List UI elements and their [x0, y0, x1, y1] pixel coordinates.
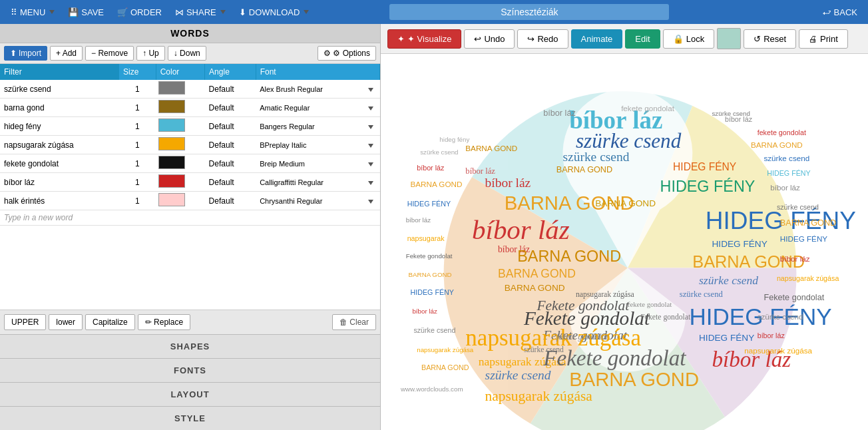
undo-button[interactable]: ↩ Undo	[464, 29, 515, 49]
table-row: szürke csend 1 Default Alex Brush Regula…	[0, 80, 380, 99]
print-button[interactable]: 🖨 Print	[799, 29, 848, 49]
shapes-accordion[interactable]: SHAPES	[0, 334, 380, 358]
title-input[interactable]	[389, 4, 669, 20]
down-button[interactable]: ↓ Down	[168, 46, 206, 61]
chevron-down-icon	[220, 10, 226, 14]
redo-button[interactable]: ↪ Redo	[517, 29, 568, 49]
animate-button[interactable]: Animate	[571, 29, 623, 49]
download-icon: ⬇	[239, 7, 246, 17]
share-icon: ⋈	[175, 7, 184, 17]
wordcloud-svg: bíbor láz bíbor láz fekete gondolat szür…	[381, 54, 868, 430]
font-dropdown[interactable]	[365, 117, 379, 136]
angle-cell: Default	[205, 173, 256, 192]
lock-button[interactable]: 🔒 Lock	[663, 29, 714, 49]
svg-text:Fekete gondolat: Fekete gondolat	[640, 313, 691, 322]
angle-cell: Default	[205, 136, 256, 154]
capitalize-button[interactable]: Capitalize	[85, 314, 135, 330]
size-cell: 1	[119, 117, 156, 136]
svg-text:bíbor láz: bíbor láz	[770, 183, 800, 192]
clear-button[interactable]: 🗑 Clear	[332, 314, 376, 330]
col-color: Color	[156, 64, 204, 80]
svg-text:BARNA GOND: BARNA GOND	[498, 267, 576, 280]
font-dropdown[interactable]	[365, 136, 379, 154]
back-button[interactable]: ⮐ BACK	[817, 5, 863, 20]
color-cell[interactable]	[156, 136, 204, 154]
up-button[interactable]: ↑ Up	[136, 46, 165, 61]
table-row: napsugarak zúgása 1 Default BPreplay Ita…	[0, 136, 380, 154]
words-table: Filter Size Color Angle Font szürke csen…	[0, 64, 380, 310]
svg-text:BARNA GOND: BARNA GOND	[780, 218, 836, 228]
svg-text:HIDEG FÉNY: HIDEG FÉNY	[699, 333, 754, 343]
color-swatch[interactable]	[158, 193, 185, 206]
color-swatch[interactable]	[158, 118, 185, 132]
color-box[interactable]	[717, 28, 741, 49]
svg-text:hideg fény: hideg fény	[439, 136, 469, 143]
save-button[interactable]: 💾 SAVE	[63, 5, 109, 20]
word-cell: hideg fény	[0, 117, 119, 136]
visualize-button[interactable]: ✦ ✦ Visualize	[387, 29, 461, 49]
font-cell: Breip Medium	[256, 154, 365, 173]
svg-text:bíbor láz: bíbor láz	[465, 166, 495, 176]
svg-text:Fekete gondolat: Fekete gondolat	[763, 293, 824, 302]
lower-button[interactable]: lower	[49, 314, 83, 330]
svg-text:szürke csend: szürke csend	[680, 290, 724, 299]
font-dropdown[interactable]	[365, 80, 379, 99]
replace-icon: ✏	[145, 318, 152, 327]
color-cell[interactable]	[156, 154, 204, 173]
color-swatch[interactable]	[158, 100, 185, 113]
font-dropdown[interactable]	[365, 154, 379, 173]
import-button[interactable]: ⬆ Import	[4, 46, 47, 61]
options-button[interactable]: ⚙ ⚙ Options	[318, 46, 376, 61]
chevron-down-icon	[49, 10, 55, 14]
size-cell: 1	[119, 192, 156, 210]
action-bar: ✦ ✦ Visualize ↩ Undo ↪ Redo Animate Edit…	[381, 24, 868, 54]
menu-button[interactable]: ⠿ MENU	[5, 5, 60, 20]
color-swatch[interactable]	[158, 174, 185, 188]
font-dropdown[interactable]	[365, 173, 379, 192]
color-cell[interactable]	[156, 80, 204, 99]
color-cell[interactable]	[156, 99, 204, 117]
color-cell[interactable]	[156, 173, 204, 192]
svg-text:napsugarak zúgása: napsugarak zúgása	[417, 346, 474, 353]
color-cell[interactable]	[156, 117, 204, 136]
style-accordion[interactable]: STYLE	[0, 406, 380, 430]
new-word-placeholder[interactable]: Type in a new word	[0, 210, 380, 226]
font-dropdown[interactable]	[365, 192, 379, 210]
order-button[interactable]: 🛒 ORDER	[112, 5, 167, 20]
fonts-accordion[interactable]: FONTS	[0, 358, 380, 382]
color-swatch[interactable]	[158, 156, 185, 169]
layout-accordion[interactable]: LAYOUT	[0, 382, 380, 406]
color-swatch[interactable]	[158, 137, 185, 150]
svg-text:bíbor láz: bíbor láz	[412, 308, 437, 315]
font-cell: Calligraffitti Regular	[256, 173, 365, 192]
add-button[interactable]: + Add	[50, 46, 83, 61]
font-dropdown[interactable]	[365, 99, 379, 117]
col-size: Size	[119, 64, 156, 80]
svg-text:BARNA GOND: BARNA GOND	[505, 283, 565, 293]
table-row: hideg fény 1 Default Bangers Regular	[0, 117, 380, 136]
lock-icon: 🔒	[673, 34, 684, 44]
col-angle: Angle	[205, 64, 256, 80]
svg-text:szürke csend: szürke csend	[763, 154, 809, 162]
size-cell: 1	[119, 99, 156, 117]
color-cell[interactable]	[156, 192, 204, 210]
upper-button[interactable]: UPPER	[4, 314, 46, 330]
reset-button[interactable]: ↺ Reset	[744, 29, 796, 49]
words-panel-header: WORDS	[0, 24, 380, 43]
word-fekete-gondolat-bottom: Fekete gondolat	[542, 345, 686, 370]
download-button[interactable]: ⬇ DOWNLOAD	[234, 5, 315, 20]
redo-icon: ↪	[527, 34, 535, 44]
new-word-row: Type in a new word	[0, 210, 380, 226]
svg-text:BARNA GOND: BARNA GOND	[517, 248, 621, 265]
remove-button[interactable]: − Remove	[85, 46, 134, 61]
edit-button[interactable]: Edit	[625, 29, 660, 49]
svg-text:bíbor láz: bíbor láz	[485, 176, 531, 190]
svg-text:BARNA GOND: BARNA GOND	[556, 165, 612, 174]
table-row: bíbor láz 1 Default Calligraffitti Regul…	[0, 173, 380, 192]
word-szurke-csend-2: szürke csend	[562, 150, 629, 164]
share-button[interactable]: ⋈ SHARE	[170, 5, 231, 20]
replace-button[interactable]: ✏ Replace	[138, 314, 190, 330]
word-bibor-laz-main: bíbor láz	[472, 215, 570, 245]
color-swatch[interactable]	[158, 81, 185, 95]
left-panel: WORDS ⬆ Import + Add − Remove ↑ Up ↓ Dow…	[0, 24, 381, 430]
